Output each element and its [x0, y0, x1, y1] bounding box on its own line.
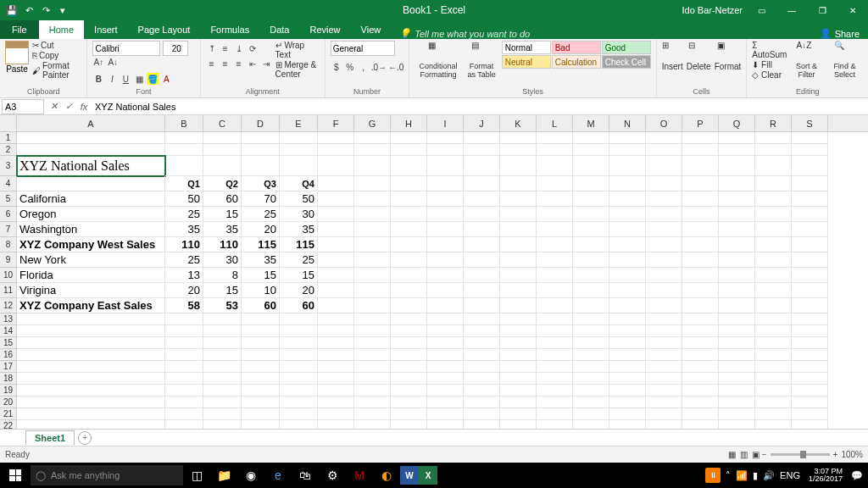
formula-input[interactable]: XYZ National Sales: [92, 102, 175, 112]
cell[interactable]: [500, 396, 537, 408]
cell[interactable]: [427, 361, 464, 373]
cell[interactable]: [427, 144, 464, 156]
cell[interactable]: 25: [165, 252, 203, 268]
cell[interactable]: [573, 268, 609, 283]
cell[interactable]: [318, 373, 354, 385]
cell[interactable]: [573, 222, 609, 237]
cell[interactable]: [792, 408, 828, 420]
cell[interactable]: [242, 144, 280, 156]
cell[interactable]: [646, 237, 682, 252]
cell[interactable]: [537, 361, 573, 373]
cell[interactable]: [646, 337, 682, 349]
cell[interactable]: [755, 176, 792, 191]
cell[interactable]: [792, 349, 828, 361]
cell[interactable]: [464, 283, 500, 298]
cell[interactable]: [792, 337, 828, 349]
cell[interactable]: [755, 252, 792, 268]
cell[interactable]: [354, 373, 391, 385]
cell[interactable]: 115: [242, 237, 280, 252]
cell[interactable]: [682, 191, 719, 207]
cell[interactable]: [500, 268, 537, 283]
cell[interactable]: XYZ Company East Sales: [17, 298, 165, 313]
wrap-text-button[interactable]: ↵ Wrap Text: [275, 41, 320, 59]
cell[interactable]: [280, 144, 318, 156]
cell[interactable]: [391, 361, 427, 373]
row-header[interactable]: 8: [0, 237, 17, 252]
column-header[interactable]: N: [609, 115, 646, 131]
cell[interactable]: [318, 132, 354, 144]
cell[interactable]: 35: [203, 222, 242, 237]
cell[interactable]: [242, 408, 280, 420]
cell[interactable]: [792, 298, 828, 313]
cell[interactable]: [500, 313, 537, 325]
cell[interactable]: [464, 144, 500, 156]
row-header[interactable]: 4: [0, 176, 17, 191]
cell[interactable]: [646, 176, 682, 191]
zoom-out-icon[interactable]: −: [762, 450, 767, 459]
row-header[interactable]: 15: [0, 337, 17, 349]
cell[interactable]: 50: [165, 191, 203, 207]
cell[interactable]: [354, 207, 391, 222]
cell[interactable]: [165, 420, 203, 429]
cell[interactable]: [318, 408, 354, 420]
cell[interactable]: [537, 283, 573, 298]
format-as-table-icon[interactable]: ▤: [471, 41, 492, 61]
cell[interactable]: [792, 420, 828, 429]
column-header[interactable]: A: [17, 115, 165, 131]
row-header[interactable]: 10: [0, 268, 17, 283]
style-neutral[interactable]: Neutral: [502, 55, 551, 69]
cell[interactable]: [500, 191, 537, 207]
cell[interactable]: [719, 420, 755, 429]
cell[interactable]: [354, 191, 391, 207]
minimize-button[interactable]: —: [780, 2, 804, 19]
cell[interactable]: [537, 313, 573, 325]
cell[interactable]: [792, 176, 828, 191]
view-page-break-icon[interactable]: ▣: [750, 449, 762, 461]
cell[interactable]: [500, 361, 537, 373]
network-icon[interactable]: 📶: [736, 470, 748, 481]
cell[interactable]: [537, 408, 573, 420]
cell[interactable]: [792, 385, 828, 396]
cell[interactable]: [792, 132, 828, 144]
close-button[interactable]: ✕: [841, 2, 865, 19]
taskbar-clock[interactable]: 3:07 PM 1/26/2017: [805, 468, 846, 483]
cell[interactable]: [755, 325, 792, 337]
cell[interactable]: [391, 408, 427, 420]
cell[interactable]: [719, 325, 755, 337]
cell[interactable]: [280, 349, 318, 361]
cell[interactable]: [755, 385, 792, 396]
sheet-tab[interactable]: Sheet1: [25, 430, 75, 445]
cell[interactable]: [719, 385, 755, 396]
cell[interactable]: [391, 252, 427, 268]
cell[interactable]: [464, 176, 500, 191]
cell[interactable]: [464, 408, 500, 420]
notification-badge-icon[interactable]: ⏸: [705, 468, 721, 483]
cell[interactable]: [719, 408, 755, 420]
cell[interactable]: 25: [242, 207, 280, 222]
cell[interactable]: [500, 176, 537, 191]
cell[interactable]: [17, 313, 165, 325]
cell[interactable]: [391, 349, 427, 361]
cell[interactable]: Oregon: [17, 207, 165, 222]
underline-button[interactable]: U: [120, 73, 131, 85]
cell[interactable]: [500, 132, 537, 144]
cell[interactable]: [609, 144, 646, 156]
cell[interactable]: [391, 385, 427, 396]
cell[interactable]: [792, 313, 828, 325]
cell[interactable]: [203, 408, 242, 420]
cell[interactable]: [646, 408, 682, 420]
cell[interactable]: [755, 207, 792, 222]
cell[interactable]: [755, 191, 792, 207]
cell[interactable]: [792, 373, 828, 385]
cell[interactable]: [609, 252, 646, 268]
cell[interactable]: 15: [203, 207, 242, 222]
cell[interactable]: [682, 283, 719, 298]
tab-insert[interactable]: Insert: [84, 20, 128, 39]
row-header[interactable]: 1: [0, 132, 17, 144]
cell[interactable]: [391, 132, 427, 144]
cell[interactable]: [682, 361, 719, 373]
cell[interactable]: [318, 313, 354, 325]
decrease-font-icon[interactable]: A↓: [107, 56, 119, 68]
zoom-slider[interactable]: [771, 453, 830, 456]
cell[interactable]: [500, 325, 537, 337]
